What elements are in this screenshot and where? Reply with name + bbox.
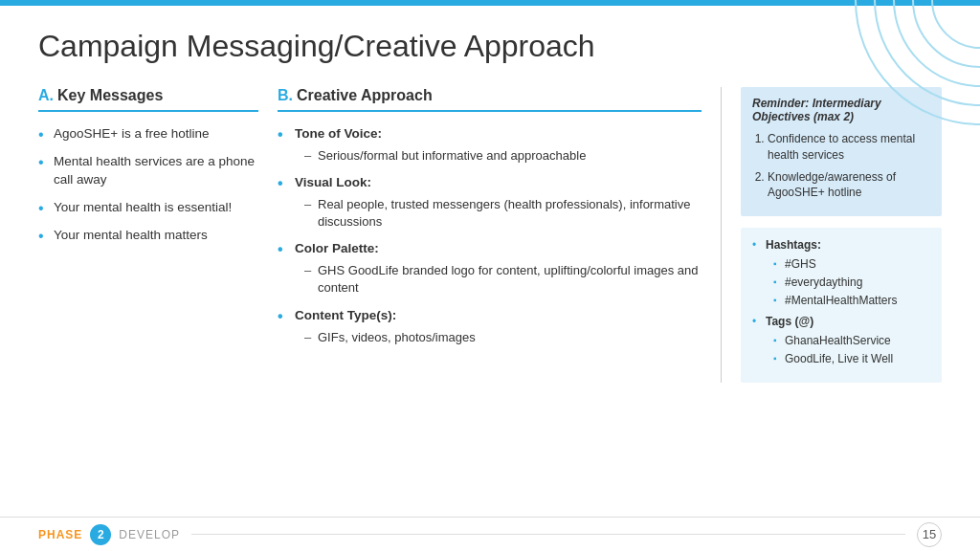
list-subitem: Real people, trusted messengers (health … — [304, 196, 702, 231]
tags-section: Tags (@) GhanaHealthService GoodLife, Li… — [752, 314, 930, 366]
list-subitem: GIFs, videos, photos/images — [304, 329, 702, 346]
list-item: Visual Look: Real people, trusted messen… — [278, 174, 702, 231]
key-messages-list: AgooSHE+ is a free hotline Mental health… — [38, 125, 258, 244]
section-b-title: B.Creative Approach — [278, 87, 702, 112]
creative-approach-list: Tone of Voice: Serious/formal but inform… — [278, 125, 702, 346]
column-b: B.Creative Approach Tone of Voice: Serio… — [278, 87, 722, 383]
reminder-title: Reminder: Intermediary Objectives (max 2… — [752, 97, 930, 123]
main-content: Campaign Messaging/Creative Approach A.K… — [0, 6, 980, 383]
sublist: GIFs, videos, photos/images — [295, 329, 702, 346]
sublist: GHS GoodLife branded logo for content, u… — [295, 262, 702, 297]
page-title: Campaign Messaging/Creative Approach — [38, 29, 942, 64]
footer-bar: PHASE 2 DEVELOP 15 — [0, 517, 980, 551]
list-item: Color Palette: GHS GoodLife branded logo… — [278, 240, 702, 297]
sublist: Real people, trusted messengers (health … — [295, 196, 702, 231]
list-item: Your mental health matters — [38, 227, 258, 245]
phase-label: PHASE — [38, 528, 82, 541]
list-item: AgooSHE+ is a free hotline — [38, 125, 258, 143]
list-item: #GHS — [773, 256, 930, 273]
list-item: Mental health services are a phone call … — [38, 153, 258, 189]
column-c-sidebar: Reminder: Intermediary Objectives (max 2… — [741, 87, 942, 383]
list-subitem: GHS GoodLife branded logo for content, u… — [304, 262, 702, 297]
hashtags-list: Hashtags: #GHS #everydaything #MentalHea… — [752, 237, 930, 367]
hashtags-section: Hashtags: #GHS #everydaything #MentalHea… — [752, 237, 930, 308]
phase-divider-line — [191, 534, 905, 535]
section-a-letter: A. — [38, 87, 54, 103]
section-a-title: A.Key Messages — [38, 87, 258, 112]
list-item: Confidence to access mental health servi… — [768, 131, 930, 164]
sublist: Serious/formal but informative and appro… — [295, 147, 702, 165]
hashtag-items: #GHS #everydaything #MentalHealthMatters — [766, 256, 930, 308]
list-item: Your mental health is essential! — [38, 199, 258, 217]
list-item: Tone of Voice: Serious/formal but inform… — [278, 125, 702, 165]
page-number: 15 — [917, 522, 942, 547]
list-subitem: Serious/formal but informative and appro… — [304, 147, 702, 165]
list-item: Knowledge/awareness of AgooSHE+ hotline — [768, 169, 930, 202]
hashtags-box: Hashtags: #GHS #everydaything #MentalHea… — [741, 228, 942, 383]
list-item: Content Type(s): GIFs, videos, photos/im… — [278, 307, 702, 346]
tag-items: GhanaHealthService GoodLife, Live it Wel… — [766, 333, 930, 367]
list-item: #everydaything — [773, 275, 930, 291]
list-item: #MentalHealthMatters — [773, 293, 930, 309]
list-item: GhanaHealthService — [773, 333, 930, 349]
section-b-letter: B. — [278, 87, 293, 103]
columns-container: A.Key Messages AgooSHE+ is a free hotlin… — [38, 87, 942, 383]
phase-text: DEVELOP — [119, 528, 180, 541]
phase-number: 2 — [90, 524, 111, 545]
reminder-list: Confidence to access mental health servi… — [752, 131, 930, 201]
list-item: GoodLife, Live it Well — [773, 351, 930, 367]
column-a: A.Key Messages AgooSHE+ is a free hotlin… — [38, 87, 258, 383]
reminder-box: Reminder: Intermediary Objectives (max 2… — [741, 87, 942, 216]
